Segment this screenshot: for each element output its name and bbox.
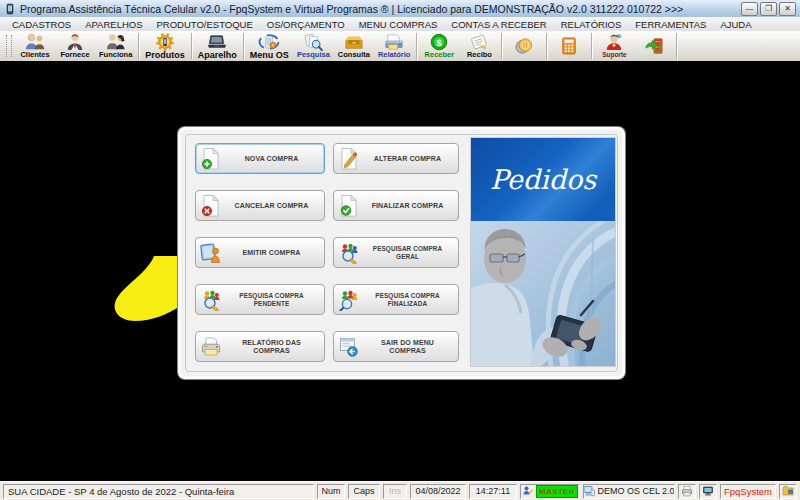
toolbar-label: Consulta: [338, 51, 370, 59]
toolbar-label: Fornece: [60, 51, 89, 59]
emitir-compra-button[interactable]: EMITIR COMPRA: [195, 237, 325, 268]
clients-icon: [23, 33, 47, 51]
toolbar: Clientes Fornece Funciona Produtos Apare…: [0, 31, 800, 62]
search-docs-icon: [301, 33, 325, 51]
menu-ferramentas[interactable]: FERRAMENTAS: [628, 19, 713, 30]
menu-relatorios[interactable]: RELATÓRIOS: [554, 19, 629, 30]
cancelar-compra-button[interactable]: CANCELAR COMPRA: [195, 190, 325, 221]
user-level-panel: MASTER: [520, 484, 580, 499]
toolbar-separator: [546, 33, 547, 59]
menu-cadastros[interactable]: CADASTROS: [5, 19, 78, 30]
dollar-coin-icon: $: [427, 33, 451, 51]
toolbar-button-relatorio[interactable]: Relatório: [374, 31, 415, 61]
exit-door-icon: EXIT: [642, 37, 666, 55]
toolbar-button-fornecedores[interactable]: Fornece: [55, 31, 95, 61]
finalizar-compra-button[interactable]: FINALIZAR COMPRA: [333, 190, 459, 221]
button-label: CANCELAR COMPRA: [225, 202, 324, 210]
maximize-button[interactable]: ❐: [760, 2, 777, 16]
toolbar-label: Receber: [425, 51, 455, 59]
toolbar-separator: [591, 33, 592, 59]
toolbar-button-pesquisa[interactable]: Pesquisa: [293, 31, 334, 61]
printer-icon: [200, 336, 225, 358]
toolbar-label: Menu OS: [250, 51, 289, 59]
doc-check-icon: [338, 195, 363, 217]
client-area: NOVA COMPRA ALTERAR COMPRA CANCELAR COMP…: [0, 61, 800, 481]
pesquisa-compra-pendente-button[interactable]: PESQUISA COMPRA PENDENTE: [195, 284, 325, 315]
toolbar-button-recibo[interactable]: Recibo: [459, 31, 499, 61]
relatorio-das-compras-button[interactable]: RELATÓRIO DAS COMPRAS: [195, 331, 325, 362]
menu-aparelhos[interactable]: APARELHOS: [78, 19, 149, 30]
toolbar-separator: [676, 33, 677, 59]
products-gear-icon: [153, 33, 177, 51]
toolbar-button-sair[interactable]: EXIT: [634, 31, 674, 61]
toolbar-label: Funciona: [99, 51, 132, 59]
doc-pencil-icon: [338, 148, 363, 170]
toolbar-gripper[interactable]: [6, 35, 12, 57]
button-label: FINALIZAR COMPRA: [363, 202, 458, 210]
toolbar-button-consulta[interactable]: Consulta: [334, 31, 374, 61]
toolbar-button-suporte[interactable]: Suporte: [594, 31, 634, 61]
coins-icon: [512, 37, 536, 55]
menu-contas-a-receber[interactable]: CONTAS A RECEBER: [444, 19, 553, 30]
status-numlock: Num: [317, 484, 345, 499]
menu-produto-estoque[interactable]: PRODUTO/ESTOQUE: [150, 19, 260, 30]
people-search-icon: [200, 289, 225, 311]
emit-person-icon: [200, 242, 225, 264]
pedidos-title: Pedidos: [490, 164, 596, 195]
menu-os-orcamento[interactable]: OS/ORÇAMENTO: [260, 19, 352, 30]
menu-os-icon: [257, 33, 281, 51]
window-title: Programa Assistência Técnica Celular v2.…: [20, 3, 737, 15]
status-time: 14:27:11: [469, 484, 517, 499]
window-controls: — ❐ ✕: [741, 2, 796, 16]
alterar-compra-button[interactable]: ALTERAR COMPRA: [333, 143, 459, 174]
status-display-panel: [699, 484, 717, 499]
sair-menu-compras-button[interactable]: SAIR DO MENU COMPRAS: [333, 331, 459, 362]
pesquisa-compra-finalizada-button[interactable]: PESQUISA COMPRA FINALIZADA: [333, 284, 459, 315]
toolbar-button-aparelho[interactable]: Aparelho: [194, 31, 241, 61]
toolbar-label: Suporte: [602, 51, 627, 59]
toolbar-button-menu-os[interactable]: Menu OS: [246, 31, 293, 61]
menu-ajuda[interactable]: AJUDA: [713, 19, 758, 30]
button-label: NOVA COMPRA: [225, 155, 324, 163]
title-bar: Programa Assistência Técnica Celular v2.…: [0, 0, 800, 18]
toolbar-button-clientes[interactable]: Clientes: [15, 31, 55, 61]
nova-compra-button[interactable]: NOVA COMPRA: [195, 143, 325, 174]
display-icon: [702, 485, 714, 497]
app-version-panel: DEMO OS CEL 2.0: [583, 484, 675, 499]
toolbar-button-receber[interactable]: $ Receber: [419, 31, 459, 61]
status-capslock: Caps: [348, 484, 380, 499]
toolbar-button-produtos[interactable]: Produtos: [141, 31, 189, 61]
receipt-icon: [467, 33, 491, 51]
drawer-icon: [342, 33, 366, 51]
people-search-icon: [338, 242, 363, 264]
employees-icon: [104, 33, 128, 51]
toolbar-button-funcionarios[interactable]: Funciona: [95, 31, 136, 61]
app-phone-icon: [4, 3, 16, 15]
pedidos-photo: [471, 221, 615, 366]
toolbar-button-calculadora[interactable]: [549, 31, 589, 61]
toolbar-button-moedas[interactable]: [504, 31, 544, 61]
user-key-icon: [522, 485, 534, 497]
compras-button-grid: NOVA COMPRA ALTERAR COMPRA CANCELAR COMP…: [195, 143, 459, 362]
app-version-text: DEMO OS CEL 2.0: [597, 486, 674, 496]
app-window: Programa Assistência Técnica Celular v2.…: [0, 0, 800, 500]
button-label: ALTERAR COMPRA: [363, 155, 458, 163]
svg-text:$: $: [437, 37, 443, 48]
support-person-icon: [602, 33, 626, 51]
close-button[interactable]: ✕: [779, 2, 796, 16]
button-label: RELATÓRIO DAS COMPRAS: [225, 339, 324, 355]
status-insert: Ins: [383, 484, 407, 499]
report-printer-icon: [382, 33, 406, 51]
status-bar: SUA CIDADE - SP 4 de Agosto de 2022 - Qu…: [0, 481, 800, 500]
pesquisar-compra-geral-button[interactable]: PESQUISAR COMPRA GERAL: [333, 237, 459, 268]
brand-panel: FpqSystem: [720, 484, 776, 499]
button-label: EMITIR COMPRA: [225, 249, 324, 257]
devices-icon: [205, 33, 229, 51]
menu-compras[interactable]: MENU COMPRAS: [352, 19, 445, 30]
minimize-button[interactable]: —: [741, 2, 758, 16]
toolbar-label: Produtos: [145, 51, 185, 59]
button-label: PESQUISA COMPRA PENDENTE: [225, 292, 324, 308]
calculator-icon: [557, 37, 581, 55]
doc-cancel-icon: [200, 195, 225, 217]
svg-text:EXIT: EXIT: [656, 40, 662, 42]
